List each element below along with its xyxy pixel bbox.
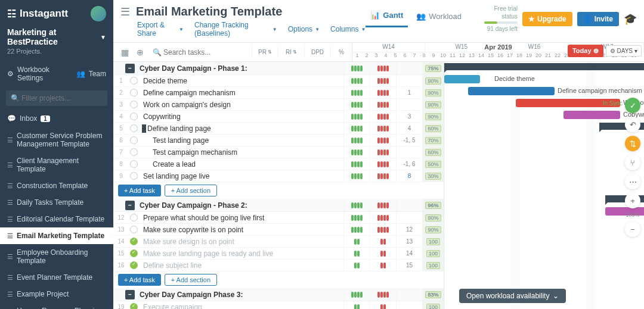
team-link[interactable]: Team <box>89 70 106 78</box>
avatar[interactable] <box>91 6 106 21</box>
pct-cell: 90% <box>422 212 444 223</box>
task-row[interactable]: 2Define campaign mechanism190% <box>113 87 444 99</box>
task-name: Define landing page <box>146 124 343 133</box>
sidebar-item-project[interactable]: ☰Client Management Template <box>0 152 113 177</box>
task-row[interactable]: 3Work on campaign's design90% <box>113 99 444 111</box>
add-task-button[interactable]: + Add task <box>118 185 161 196</box>
zoom-in-button[interactable]: + <box>625 193 640 208</box>
task-row[interactable]: 14Make sure design is on point13100 <box>113 236 444 248</box>
task-row[interactable]: 7Test campaign mechanism60% <box>113 146 444 158</box>
add-icon[interactable]: ▦ <box>119 47 130 58</box>
undo-button[interactable]: ↶ <box>625 117 640 132</box>
task-row[interactable]: 5−Define landing page460% <box>113 123 444 135</box>
tab-workload[interactable]: 👥 Workload <box>411 8 466 27</box>
workspace-name: Marketing at BestPractice <box>7 27 97 46</box>
task-checkbox[interactable] <box>129 113 138 120</box>
zoom-out-button[interactable]: − <box>625 221 640 237</box>
task-row[interactable]: 9Set landing page live830% <box>113 170 444 182</box>
sidebar-item-project[interactable]: ☰Email Marketing Template <box>0 227 113 244</box>
upgrade-button[interactable]: ★ Upgrade <box>522 12 572 26</box>
days-zoom-button[interactable]: ⚙ DAYS ▾ <box>606 45 642 57</box>
task-row[interactable]: 15Make sure landing page is ready and li… <box>113 248 444 260</box>
section-header[interactable]: −Cyber Day Campaign Phase 3:83% <box>113 288 444 301</box>
add-section-button[interactable]: + Add section <box>165 185 217 196</box>
add-section-button[interactable]: + Add section <box>165 274 217 286</box>
task-checkbox[interactable] <box>129 303 138 309</box>
task-checkbox[interactable] <box>129 261 138 269</box>
collapse-icon[interactable]: − <box>125 64 135 73</box>
column-header-%[interactable]: % <box>330 46 352 58</box>
task-checkbox[interactable] <box>129 136 138 144</box>
search-tasks-input[interactable] <box>150 46 246 59</box>
task-checkbox[interactable] <box>129 124 138 132</box>
gantt-bar[interactable] <box>564 111 620 119</box>
sidebar-item-project[interactable]: ☰Employee Onboarding Template <box>0 244 113 269</box>
sidebar-item-project[interactable]: ☰Human Resource Planning Template <box>0 302 113 309</box>
column-header-pr[interactable]: PR⇅ <box>252 46 278 58</box>
task-checkbox[interactable] <box>129 238 138 245</box>
section-header[interactable]: −Cyber Day Campaign - Phase 2:96% <box>113 199 444 212</box>
action-change-tracking-baselines-[interactable]: Change Tracking (Baselines)▼ <box>194 21 277 38</box>
sidebar-item-project[interactable]: ☰Daily Tasks Template <box>0 194 113 211</box>
section-header[interactable]: −Cyber Day Campaign - Phase 1:75% <box>113 62 444 75</box>
tab-gantt-label: Gantt <box>383 11 403 20</box>
tab-gantt[interactable]: 📊 Gantt <box>366 8 408 27</box>
workspace-selector[interactable]: Marketing at BestPractice ▼ <box>0 25 113 48</box>
graduation-icon[interactable]: 🎓 <box>624 13 637 26</box>
dpd-cell <box>396 301 422 309</box>
column-header-ri[interactable]: RI⇅ <box>278 46 304 58</box>
action-columns[interactable]: Columns▼ <box>330 21 366 38</box>
sidebar-item-project[interactable]: ☰Construction Template <box>0 177 113 194</box>
task-row[interactable]: 1Decide theme90% <box>113 75 444 87</box>
action-options[interactable]: Options▼ <box>288 21 320 38</box>
menu-icon[interactable]: ☰ <box>120 5 130 18</box>
filter-projects-input[interactable] <box>6 90 107 106</box>
sidebar-item-project[interactable]: ☰Event Planner Template <box>0 269 113 286</box>
expand-icon[interactable]: ⊕ <box>135 47 145 58</box>
task-checkbox[interactable] <box>129 77 138 85</box>
task-checkbox[interactable] <box>129 101 138 108</box>
task-name: Test campaign mechanism <box>142 148 343 157</box>
gantt-bar[interactable] <box>444 63 644 70</box>
gantt-chart[interactable]: Cyber Day Campaign - Phase 1:Decide them… <box>444 62 644 309</box>
task-checkbox[interactable] <box>129 148 138 156</box>
invite-button[interactable]: 👤 Invite <box>577 12 619 26</box>
inbox-link[interactable]: 💬 Inbox 1 <box>0 110 113 127</box>
pct-badge: 96% <box>425 202 441 209</box>
task-checkbox[interactable] <box>129 89 138 96</box>
task-row[interactable]: 6Test landing page-1, 570% <box>113 135 444 146</box>
workbook-settings-link[interactable]: Workbook Settings <box>17 65 73 82</box>
action-export-share[interactable]: Export & Share▼ <box>137 21 184 38</box>
gantt-bar[interactable] <box>468 87 555 95</box>
task-checkbox[interactable] <box>129 249 138 257</box>
list-icon: ☰ <box>7 136 13 144</box>
task-checkbox[interactable] <box>129 214 138 221</box>
more-button[interactable]: ⋯ <box>625 174 640 189</box>
sidebar-item-project[interactable]: ☰Customer Service Problem Management Tem… <box>0 127 113 152</box>
sort-button[interactable]: ⇅ <box>625 136 640 151</box>
today-button[interactable]: Today ⊕ <box>568 45 603 57</box>
column-header-dpd[interactable]: DPD <box>304 46 330 58</box>
sidebar-item-project[interactable]: ☰Example Project <box>0 286 113 302</box>
task-checkbox[interactable] <box>129 226 138 233</box>
task-checkbox[interactable] <box>129 160 138 168</box>
collapse-icon[interactable]: − <box>125 290 135 299</box>
workload-availability-button[interactable]: Open workload availability ⌄ <box>459 289 566 303</box>
task-row[interactable]: 19Execute campaign100 <box>113 301 444 309</box>
day-label: 10 <box>438 52 448 61</box>
branch-button[interactable]: ⑂ <box>625 155 640 170</box>
dpd-cell: 8 <box>396 170 422 182</box>
add-task-button[interactable]: + Add task <box>118 274 161 286</box>
task-row[interactable]: 16Define subject line15100 <box>113 260 444 271</box>
sync-ok-button[interactable]: ✓ <box>625 98 640 113</box>
gantt-bar[interactable] <box>444 75 480 83</box>
task-row[interactable]: 8Create a lead-1, 650% <box>113 158 444 170</box>
task-row[interactable]: 13Make sure copywrite is on point1290% <box>113 224 444 236</box>
day-label: 14 <box>476 52 486 61</box>
sidebar-item-project[interactable]: ☰Editorial Calendar Template <box>0 211 113 227</box>
task-row[interactable]: 12Prepare what should be going live firs… <box>113 212 444 224</box>
task-row[interactable]: 4Copywriting390% <box>113 111 444 123</box>
task-checkbox[interactable] <box>129 172 138 180</box>
collapse-icon[interactable]: − <box>142 124 146 133</box>
collapse-icon[interactable]: − <box>125 201 135 210</box>
